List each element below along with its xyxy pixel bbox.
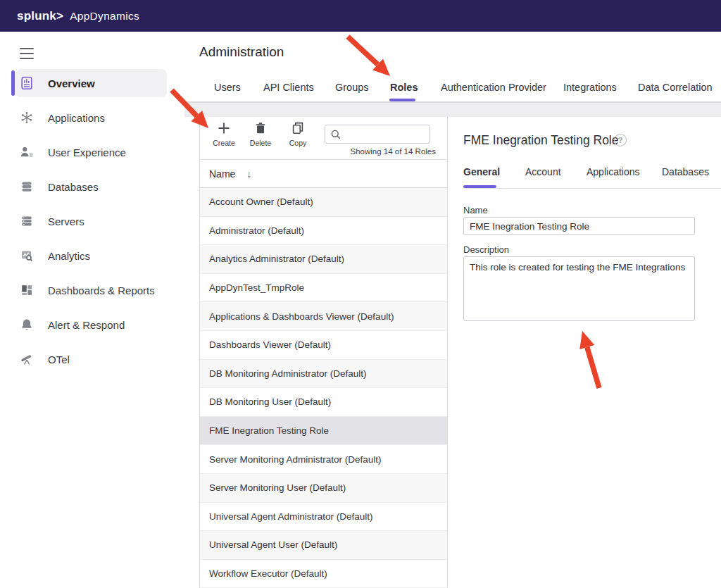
sidebar-item-label: User Experience	[48, 146, 126, 158]
roles-toolbar: Create Delete	[200, 117, 447, 160]
sidebar-item-label: Analytics	[48, 250, 90, 262]
copy-icon	[291, 122, 304, 135]
table-row-selected[interactable]: FME Inegration Testing Role	[200, 417, 447, 446]
plus-icon	[218, 122, 230, 135]
databases-icon	[20, 180, 34, 194]
table-row[interactable]: Administrator (Default)	[200, 217, 447, 246]
tab-groups[interactable]: Groups	[335, 82, 369, 93]
copy-button[interactable]: Copy	[282, 122, 314, 147]
arrow-to-description-field	[579, 331, 599, 388]
sidebar-item-user-experience[interactable]: User Experience	[0, 138, 184, 166]
table-row[interactable]: AppDynTest_TmpRole	[200, 274, 447, 303]
section-spacer	[184, 103, 721, 117]
delete-button[interactable]: Delete	[244, 122, 277, 147]
search-icon	[330, 129, 341, 140]
table-row[interactable]: Applications & Dashboards Viewer (Defaul…	[200, 302, 447, 331]
tab-data-correlation[interactable]: Data Correlation	[638, 82, 713, 93]
table-header[interactable]: Name ↓	[200, 160, 447, 188]
help-icon[interactable]: ?	[614, 134, 627, 146]
detail-active-tab-underline	[463, 185, 496, 188]
sidebar-item-analytics[interactable]: Analytics	[0, 242, 184, 270]
analytics-icon	[20, 249, 34, 263]
tab-users[interactable]: Users	[214, 82, 241, 93]
tab-integrations[interactable]: Integrations	[563, 82, 617, 93]
sidebar-item-label: Servers	[48, 215, 84, 227]
create-button[interactable]: Create	[208, 122, 240, 147]
role-detail-title: FME Inegration Testing Role	[463, 133, 619, 148]
sidebar-item-applications[interactable]: Applications	[0, 104, 184, 132]
sidebar-item-label: OTel	[48, 354, 70, 365]
name-field-label: Name	[463, 205, 488, 215]
sidebar-item-servers[interactable]: Servers	[0, 207, 184, 235]
sort-descending-icon[interactable]: ↓	[246, 168, 251, 180]
table-row[interactable]: Universal Agent User (Default)	[200, 531, 447, 560]
description-field-label: Description	[463, 244, 509, 255]
appdynamics-logo-text: AppDynamics	[70, 10, 139, 23]
tab-account[interactable]: Account	[525, 166, 561, 177]
sidebar-item-dashboards-reports[interactable]: Dashboards & Reports	[0, 276, 184, 304]
sidebar-item-label: Overview	[48, 77, 95, 89]
table-row[interactable]: Server Monitoring User (Default)	[200, 474, 447, 503]
tab-api-clients[interactable]: API Clients	[263, 82, 314, 93]
app-window: splunk> AppDynamics Overview	[0, 0, 721, 588]
sidebar-item-overview[interactable]: Overview	[0, 69, 184, 97]
search-input[interactable]	[344, 126, 428, 142]
overview-icon	[20, 76, 34, 90]
tab-authentication-provider[interactable]: Authentication Provider	[441, 82, 546, 93]
sidebar: Overview Applications	[0, 32, 184, 588]
role-description-input[interactable]: This role is created for testing the FME…	[463, 256, 695, 321]
table-row[interactable]: DB Monitoring Administrator (Default)	[200, 360, 447, 389]
tab-general[interactable]: General	[463, 166, 500, 177]
sidebar-item-label: Applications	[48, 112, 105, 124]
user-experience-icon	[20, 145, 34, 159]
tab-applications[interactable]: Applications	[587, 166, 640, 177]
tab-databases[interactable]: Databases	[662, 166, 709, 177]
detail-tabs-divider	[463, 188, 721, 189]
servers-icon	[20, 214, 34, 228]
sidebar-nav: Overview Applications	[0, 69, 184, 380]
sidebar-item-otel[interactable]: OTel	[0, 345, 184, 373]
sidebar-item-label: Dashboards & Reports	[48, 284, 155, 296]
trash-icon	[254, 122, 267, 135]
telescope-icon	[20, 352, 34, 366]
tab-roles[interactable]: Roles	[390, 82, 418, 93]
sidebar-item-label: Alert & Respond	[48, 319, 125, 331]
splunk-logo: splunk>	[17, 9, 63, 23]
dashboards-icon	[20, 283, 34, 297]
arrow-to-roles-tab	[348, 37, 390, 76]
menu-icon[interactable]	[20, 48, 34, 59]
roles-table-body: Account Owner (Default) Administrator (D…	[200, 188, 447, 588]
table-row[interactable]: Dashboards Viewer (Default)	[200, 331, 447, 360]
roles-search-box	[325, 125, 430, 144]
table-row[interactable]: Server Monitoring Administrator (Default…	[200, 445, 447, 474]
name-column-header: Name	[209, 168, 235, 180]
page-title: Administration	[199, 44, 284, 60]
bell-icon	[20, 318, 34, 332]
table-row[interactable]: Universal Agent Administrator (Default)	[200, 503, 447, 532]
applications-icon	[20, 111, 34, 125]
table-row[interactable]: Analytics Administrator (Default)	[200, 245, 447, 274]
table-row[interactable]: Account Owner (Default)	[200, 188, 447, 217]
sidebar-item-label: Databases	[48, 181, 99, 193]
top-bar: splunk> AppDynamics	[0, 0, 721, 32]
sidebar-item-databases[interactable]: Databases	[0, 173, 184, 201]
roles-list-panel: Create Delete	[199, 117, 448, 588]
role-name-input[interactable]	[463, 217, 695, 235]
table-row[interactable]: DB Monitoring User (Default)	[200, 388, 447, 417]
table-row[interactable]: Workflow Executor (Default)	[200, 560, 447, 588]
sidebar-item-alert-respond[interactable]: Alert & Respond	[0, 311, 184, 339]
showing-count: Showing 14 of 14 Roles	[351, 147, 436, 156]
